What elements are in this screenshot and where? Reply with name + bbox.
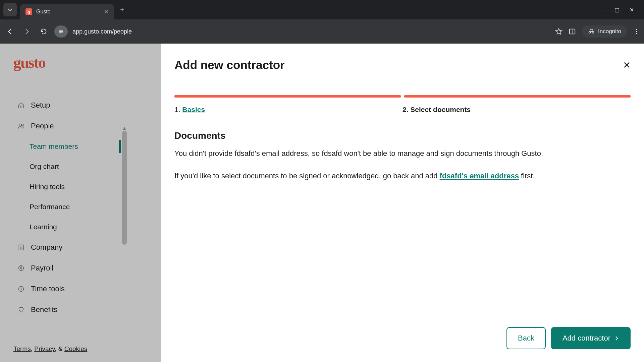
- bookmark-icon[interactable]: [555, 28, 562, 35]
- add-email-link[interactable]: fdsafd's email address: [440, 172, 519, 180]
- add-contractor-button[interactable]: Add contractor: [551, 327, 631, 349]
- site-info-button[interactable]: [54, 25, 68, 38]
- progress-step-2: [404, 95, 631, 98]
- new-tab-button[interactable]: +: [120, 5, 124, 14]
- documents-info-1: You didn't provide fdsafd's email addres…: [174, 147, 631, 160]
- incognito-label: Incognito: [598, 28, 621, 35]
- url-text[interactable]: app.gusto.com/people: [72, 28, 550, 35]
- favicon-icon: g: [25, 8, 32, 15]
- maximize-icon[interactable]: ▢: [614, 7, 620, 13]
- progress-step-1: [174, 95, 401, 98]
- svg-point-7: [636, 33, 637, 34]
- reload-icon: [40, 28, 47, 35]
- svg-point-1: [62, 31, 63, 32]
- progress-track: [174, 95, 631, 98]
- forward-button[interactable]: [21, 25, 33, 38]
- back-button[interactable]: [4, 25, 16, 38]
- tab-search-dropdown[interactable]: [3, 3, 17, 16]
- close-window-icon[interactable]: ✕: [630, 7, 634, 13]
- step-1: 1. Basics: [174, 101, 402, 114]
- incognito-icon: [588, 28, 595, 35]
- step-2: 2. Select documents: [402, 101, 631, 114]
- add-contractor-panel: Add new contractor ✕ 1. Basics 2. Select…: [161, 44, 644, 362]
- reload-button[interactable]: [38, 25, 50, 38]
- chevron-right-icon: [614, 336, 619, 341]
- tab-bar: g Gusto ✕ + — ▢ ✕: [0, 0, 644, 19]
- svg-point-0: [60, 30, 61, 31]
- arrow-right-icon: [23, 28, 31, 35]
- svg-point-5: [636, 29, 637, 30]
- tab-title: Gusto: [36, 9, 100, 15]
- panel-icon[interactable]: [569, 28, 576, 35]
- arrow-left-icon: [6, 28, 14, 35]
- tune-icon: [58, 28, 64, 35]
- close-tab-icon[interactable]: ✕: [104, 8, 109, 15]
- chevron-down-icon: [8, 7, 12, 12]
- incognito-chip[interactable]: Incognito: [582, 25, 627, 38]
- panel-title: Add new contractor: [174, 58, 285, 72]
- svg-point-6: [636, 31, 637, 32]
- address-bar: app.gusto.com/people Incognito: [0, 19, 644, 44]
- browser-tab[interactable]: g Gusto ✕: [20, 4, 114, 19]
- minimize-icon[interactable]: —: [599, 7, 604, 13]
- section-title: Documents: [174, 130, 631, 141]
- documents-info-2: If you'd like to select documents to be …: [174, 170, 631, 183]
- svg-point-2: [60, 32, 61, 33]
- back-button[interactable]: Back: [506, 327, 546, 349]
- browser-menu-icon[interactable]: [633, 28, 640, 35]
- step-basics-link[interactable]: Basics: [182, 106, 205, 113]
- window-controls: — ▢ ✕: [599, 7, 641, 13]
- browser-chrome: g Gusto ✕ + — ▢ ✕ app.gusto.com/people: [0, 0, 644, 44]
- close-panel-button[interactable]: ✕: [623, 60, 631, 71]
- svg-rect-3: [570, 29, 575, 34]
